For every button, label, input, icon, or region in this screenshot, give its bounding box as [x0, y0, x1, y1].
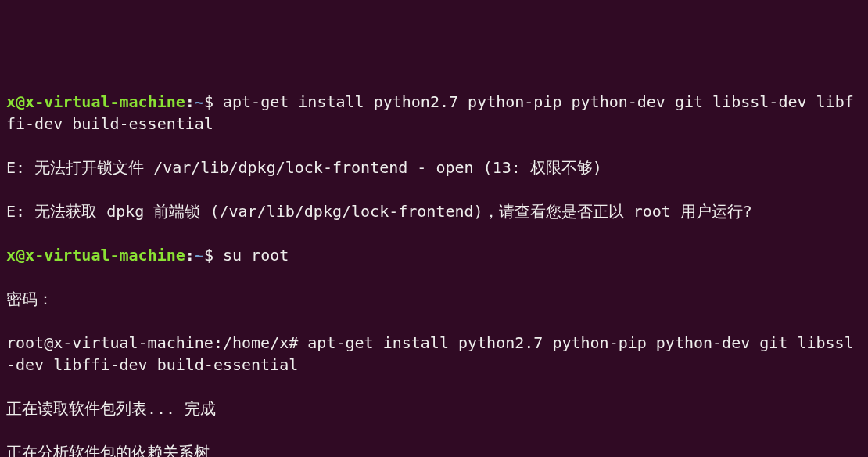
prompt-at: @: [16, 246, 25, 264]
error-output: E: 无法打开锁文件 /var/lib/dpkg/lock-frontend -…: [6, 157, 862, 178]
prompt-user: x: [6, 246, 16, 264]
error-output: E: 无法获取 dpkg 前端锁 (/var/lib/dpkg/lock-fro…: [6, 200, 862, 222]
prompt-dollar: $: [204, 246, 223, 264]
root-prompt: root@x-virtual-machine:/home/x#: [6, 333, 307, 352]
terminal-output[interactable]: x@x-virtual-machine:~$ apt-get install p…: [6, 91, 862, 457]
command-text: su root: [223, 246, 289, 264]
prompt-host: x-virtual-machine: [25, 246, 185, 264]
prompt-user: x: [6, 92, 16, 111]
apt-output: 正在分析软件包的依赖关系树: [6, 441, 862, 457]
prompt-colon: :: [185, 92, 195, 111]
prompt-at: @: [16, 92, 25, 111]
prompt-host: x-virtual-machine: [25, 92, 185, 111]
prompt-dollar: $: [204, 92, 223, 111]
prompt-path: ~: [195, 246, 204, 264]
apt-output: 正在读取软件包列表... 完成: [6, 398, 862, 419]
prompt-colon: :: [185, 246, 195, 264]
password-prompt: 密码：: [6, 288, 862, 310]
prompt-path: ~: [195, 92, 204, 111]
